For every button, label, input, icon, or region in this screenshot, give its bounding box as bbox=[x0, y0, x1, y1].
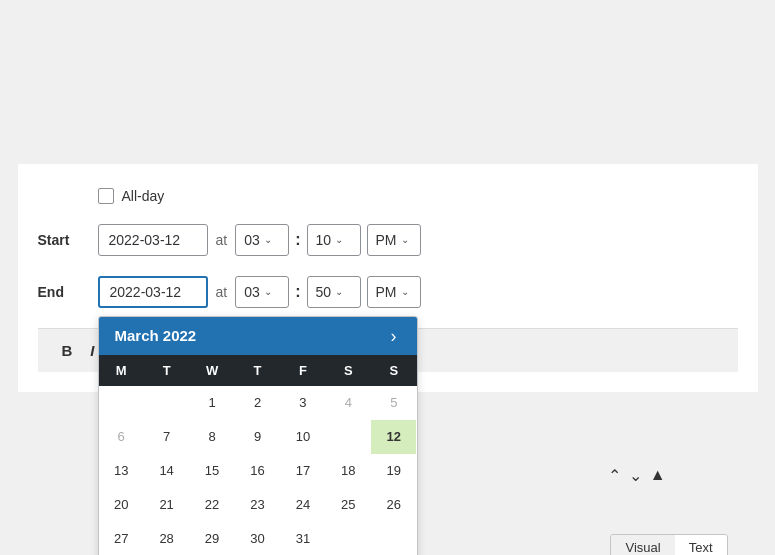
day-name-tue: T bbox=[144, 355, 189, 386]
calendar-dropdown: March 2022 › M T W T F S S 1 2 3 4 5 6 7 bbox=[98, 316, 418, 556]
cal-cell[interactable]: 23 bbox=[235, 488, 280, 522]
start-hour-select[interactable]: 03 ⌄ bbox=[235, 224, 289, 256]
cal-cell[interactable]: 5 bbox=[371, 386, 416, 420]
start-ampm-select[interactable]: PM ⌄ bbox=[367, 224, 421, 256]
cal-cell[interactable]: 20 bbox=[99, 488, 144, 522]
chevron-down-icon: ⌄ bbox=[264, 234, 272, 245]
start-field-group: at 03 ⌄ : 10 ⌄ PM ⌄ bbox=[98, 224, 421, 256]
end-date-input[interactable] bbox=[98, 276, 208, 308]
cal-cell[interactable]: 29 bbox=[189, 522, 234, 556]
end-colon: : bbox=[295, 283, 300, 301]
allday-checkbox[interactable] bbox=[98, 188, 114, 204]
cal-cell[interactable]: 14 bbox=[144, 454, 189, 488]
start-at-text: at bbox=[216, 232, 228, 248]
editor-tabs: Visual Text bbox=[610, 534, 727, 556]
cal-cell[interactable]: 26 bbox=[371, 488, 416, 522]
cal-cell[interactable]: 30 bbox=[235, 522, 280, 556]
end-ampm-select[interactable]: PM ⌄ bbox=[367, 276, 421, 308]
end-minute-select[interactable]: 50 ⌄ bbox=[307, 276, 361, 308]
cal-cell[interactable]: 9 bbox=[235, 420, 280, 454]
cal-cell[interactable]: 6 bbox=[99, 420, 144, 454]
cal-cell[interactable]: 17 bbox=[280, 454, 325, 488]
chevron-down-icon: ⌄ bbox=[401, 234, 409, 245]
italic-button[interactable]: I bbox=[86, 340, 98, 361]
cal-cell[interactable]: 21 bbox=[144, 488, 189, 522]
day-name-fri: F bbox=[280, 355, 325, 386]
cal-cell[interactable]: 31 bbox=[280, 522, 325, 556]
start-minute-select[interactable]: 10 ⌄ bbox=[307, 224, 361, 256]
day-name-wed: W bbox=[189, 355, 234, 386]
tab-text[interactable]: Text bbox=[675, 535, 727, 556]
day-name-mon: M bbox=[99, 355, 144, 386]
cal-cell bbox=[326, 522, 371, 556]
chevron-down-icon: ⌄ bbox=[264, 286, 272, 297]
calendar-grid: 1 2 3 4 5 6 7 8 9 10 12 13 14 15 16 17 1… bbox=[99, 386, 417, 556]
end-hour-select[interactable]: 03 ⌄ bbox=[235, 276, 289, 308]
start-label: Start bbox=[38, 232, 98, 248]
day-name-sun: S bbox=[371, 355, 416, 386]
cal-cell-selected[interactable]: 12 bbox=[371, 420, 416, 454]
cal-cell bbox=[326, 420, 371, 454]
sort-arrows: ⌃ ⌄ ▲ bbox=[606, 464, 668, 487]
cal-cell[interactable]: 16 bbox=[235, 454, 280, 488]
cal-cell bbox=[144, 386, 189, 420]
cal-cell[interactable]: 3 bbox=[280, 386, 325, 420]
cal-cell[interactable]: 19 bbox=[371, 454, 416, 488]
start-date-input[interactable] bbox=[98, 224, 208, 256]
cal-cell[interactable]: 8 bbox=[189, 420, 234, 454]
sort-up-btn[interactable]: ⌃ bbox=[606, 464, 623, 487]
cal-cell[interactable]: 10 bbox=[280, 420, 325, 454]
calendar-day-names: M T W T F S S bbox=[99, 355, 417, 386]
bold-button[interactable]: B bbox=[58, 340, 77, 361]
end-at-text: at bbox=[216, 284, 228, 300]
cal-cell[interactable]: 1 bbox=[189, 386, 234, 420]
end-label: End bbox=[38, 284, 98, 300]
cal-cell bbox=[99, 386, 144, 420]
chevron-down-icon: ⌄ bbox=[401, 286, 409, 297]
chevron-down-icon: ⌄ bbox=[335, 234, 343, 245]
sort-up-alt-btn[interactable]: ▲ bbox=[648, 464, 668, 486]
sort-down-btn[interactable]: ⌄ bbox=[627, 464, 644, 487]
cal-cell bbox=[371, 522, 416, 556]
day-name-sat: S bbox=[326, 355, 371, 386]
cal-cell[interactable]: 7 bbox=[144, 420, 189, 454]
allday-label: All-day bbox=[122, 188, 165, 204]
end-field-group: at 03 ⌄ : 50 ⌄ PM ⌄ bbox=[98, 276, 421, 308]
cal-cell[interactable]: 25 bbox=[326, 488, 371, 522]
calendar-header: March 2022 › bbox=[99, 317, 417, 355]
cal-cell[interactable]: 15 bbox=[189, 454, 234, 488]
cal-cell[interactable]: 28 bbox=[144, 522, 189, 556]
calendar-next-btn[interactable]: › bbox=[387, 327, 401, 345]
day-name-thu: T bbox=[235, 355, 280, 386]
cal-cell[interactable]: 4 bbox=[326, 386, 371, 420]
start-colon: : bbox=[295, 231, 300, 249]
calendar-title: March 2022 bbox=[115, 327, 197, 344]
chevron-down-icon: ⌄ bbox=[335, 286, 343, 297]
cal-cell[interactable]: 18 bbox=[326, 454, 371, 488]
cal-cell[interactable]: 13 bbox=[99, 454, 144, 488]
cal-cell[interactable]: 27 bbox=[99, 522, 144, 556]
tab-visual[interactable]: Visual bbox=[611, 535, 674, 556]
cal-cell[interactable]: 2 bbox=[235, 386, 280, 420]
cal-cell[interactable]: 24 bbox=[280, 488, 325, 522]
cal-cell[interactable]: 22 bbox=[189, 488, 234, 522]
